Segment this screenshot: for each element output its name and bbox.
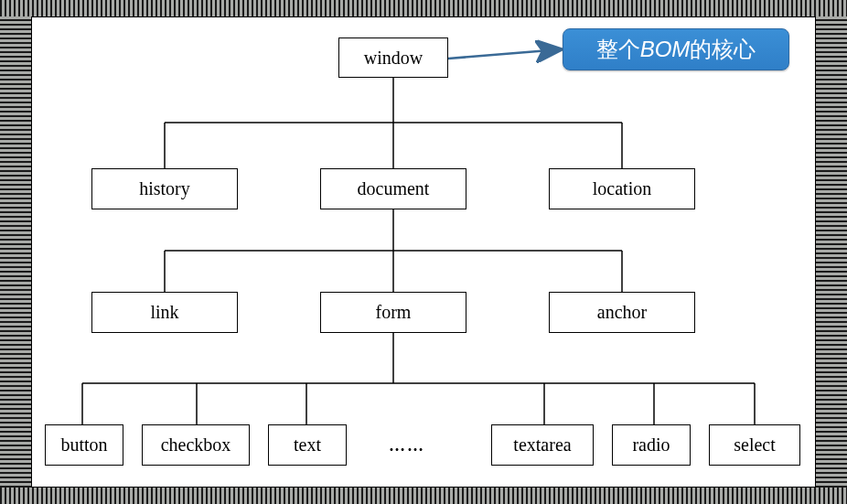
node-window: window	[338, 38, 448, 78]
callout-text-prefix: 整个	[596, 35, 640, 64]
node-textarea: textarea	[491, 424, 594, 466]
node-anchor: anchor	[549, 292, 695, 333]
node-history: history	[91, 168, 238, 209]
callout-bom-core: 整个BOM的核心	[563, 28, 789, 70]
diagram-canvas: window history document location link fo…	[31, 16, 816, 488]
node-document: document	[320, 168, 466, 209]
node-location: location	[549, 168, 695, 209]
node-checkbox: checkbox	[142, 424, 250, 466]
connector-lines	[32, 17, 817, 488]
node-select: select	[709, 424, 800, 466]
callout-text-suffix: 的核心	[690, 35, 756, 64]
node-text: text	[268, 424, 347, 466]
node-link: link	[91, 292, 238, 333]
svg-line-18	[448, 49, 561, 59]
ellipsis: ……	[389, 436, 425, 456]
node-form: form	[320, 292, 466, 333]
node-button: button	[45, 424, 123, 466]
node-radio: radio	[612, 424, 691, 466]
callout-text-em: BOM	[640, 37, 691, 62]
